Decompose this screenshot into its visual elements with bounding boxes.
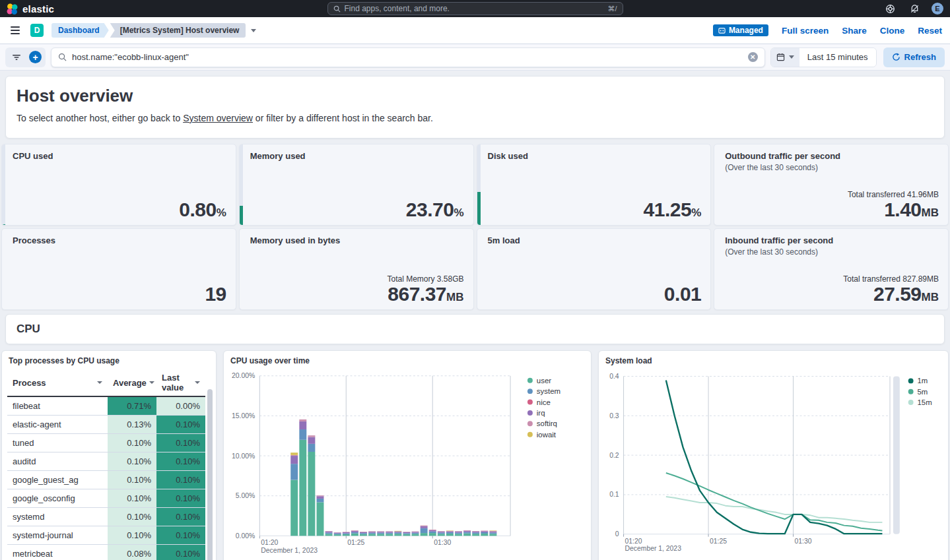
process-table-body: filebeat0.71%0.00%elastic-agent0.13%0.10… xyxy=(7,396,205,560)
legend-label-nice[interactable]: nice xyxy=(537,398,551,406)
legend-dot-softirq[interactable] xyxy=(527,421,533,426)
metric-value: 1.40MB xyxy=(725,199,939,220)
legend-dot-1m[interactable] xyxy=(908,378,914,383)
add-filter-button[interactable]: + xyxy=(29,51,42,63)
metric-card: Memory used in bytesTotal Memory 3.58GB8… xyxy=(239,228,474,310)
table-row: systemd-journal0.10%0.10% xyxy=(7,526,205,545)
dashboard-toolbar: D Dashboard [Metrics System] Host overvi… xyxy=(0,17,950,44)
global-search-input[interactable]: Find apps, content, and more. ⌘/ xyxy=(327,2,623,15)
breadcrumb-dashboard[interactable]: Dashboard xyxy=(51,23,109,38)
metric-value: 0.01 xyxy=(488,284,702,305)
top-processes-panel: Top processes by CPU usage Process Avera… xyxy=(1,350,217,560)
refresh-button[interactable]: Refresh xyxy=(883,47,945,67)
legend-dot-15m[interactable] xyxy=(908,400,914,405)
process-name-cell: systemd xyxy=(7,508,108,526)
system-overview-link[interactable]: System overview xyxy=(183,113,253,123)
metric-value: 41.25% xyxy=(488,199,702,220)
process-name-cell: elastic-agent xyxy=(7,416,108,434)
user-avatar[interactable]: E xyxy=(932,3,943,15)
search-icon xyxy=(58,53,67,61)
panel-title: System load xyxy=(605,356,652,365)
managed-icon xyxy=(718,27,726,34)
panel-title: CPU usage over time xyxy=(230,356,310,365)
metric-card: CPU used0.80% xyxy=(1,144,236,226)
table-row: systemd0.10%0.10% xyxy=(7,508,205,526)
metric-title: Processes xyxy=(13,235,226,245)
global-search-placeholder: Find apps, content, and more. xyxy=(345,4,604,13)
query-text: host.name:"ecobb-linux-agent" xyxy=(72,52,743,62)
chevron-down-icon xyxy=(789,55,794,59)
metric-grid: CPU used0.80%Memory used23.70%Disk used4… xyxy=(1,144,949,310)
breadcrumb-current[interactable]: [Metrics System] Host overview xyxy=(110,23,246,38)
metric-secondary: Total transferred 41.96MB xyxy=(725,190,939,199)
menu-icon[interactable] xyxy=(8,24,22,37)
legend-dot-irq[interactable] xyxy=(527,410,533,416)
metric-title: 5m load xyxy=(488,235,702,245)
legend-label-user[interactable]: user xyxy=(537,377,551,385)
metric-value: 0.80% xyxy=(13,199,226,220)
legend-dot-user[interactable] xyxy=(527,378,533,383)
dashboard-app-badge[interactable]: D xyxy=(30,24,44,37)
metric-title: Outbound traffic per second xyxy=(725,151,939,161)
clear-query-icon[interactable]: ✕ xyxy=(748,52,758,62)
cpu-usage-svg: 0.00%5.00%10.00%15.00%20.00%01:20Decembe… xyxy=(224,351,591,560)
alerts-icon[interactable] xyxy=(907,3,922,15)
chevron-down-icon[interactable] xyxy=(251,29,256,32)
table-scrollbar[interactable] xyxy=(207,389,213,560)
calendar-button[interactable] xyxy=(771,48,799,67)
legend-dot-iowait[interactable] xyxy=(527,432,533,437)
managed-badge[interactable]: Managed xyxy=(713,24,768,36)
metric-title: CPU used xyxy=(13,151,226,161)
legend-label-5m[interactable]: 5m xyxy=(918,388,928,396)
average-cell: 0.71% xyxy=(108,396,156,416)
full-screen-button[interactable]: Full screen xyxy=(782,26,829,36)
metric-progress-bar xyxy=(240,144,243,225)
metric-progress-bar xyxy=(477,144,481,225)
column-header-average[interactable]: Average xyxy=(108,369,156,396)
reset-button[interactable]: Reset xyxy=(918,26,942,36)
last-value-cell: 0.10% xyxy=(156,508,205,526)
legend-dot-system[interactable] xyxy=(527,389,533,394)
metric-card: Outbound traffic per second(Over the las… xyxy=(714,144,949,226)
clone-button[interactable]: Clone xyxy=(880,26,905,36)
legend-label-system[interactable]: system xyxy=(537,387,560,395)
average-cell: 0.10% xyxy=(108,526,156,545)
metric-secondary: Total Memory 3.58GB xyxy=(250,274,464,284)
cpu-usage-chart: CPU usage over time 0.00%5.00%10.00%15.0… xyxy=(223,350,592,560)
metric-value: 27.59MB xyxy=(725,284,939,305)
elastic-logo[interactable]: elastic xyxy=(7,3,54,15)
last-value-cell: 0.10% xyxy=(156,452,205,471)
legend-dot-nice[interactable] xyxy=(527,400,533,405)
process-name-cell: metricbeat xyxy=(7,545,108,560)
legend-label-iowait[interactable]: iowait xyxy=(537,431,557,439)
table-row: auditd0.10%0.10% xyxy=(7,452,205,471)
time-range-label[interactable]: Last 15 minutes xyxy=(799,48,876,67)
metric-progress-bar xyxy=(2,144,5,225)
column-header-process[interactable]: Process xyxy=(7,369,108,396)
svg-text:0.4: 0.4 xyxy=(609,373,619,380)
legend-label-softirq[interactable]: softirq xyxy=(537,420,557,427)
metric-value: 867.37MB xyxy=(250,284,464,305)
last-value-cell: 0.00% xyxy=(156,396,205,416)
metric-card: Processes19 xyxy=(1,228,236,310)
column-header-last-value[interactable]: Last value xyxy=(156,369,205,396)
table-row: google_osconfig0.10%0.10% xyxy=(7,489,205,508)
help-icon[interactable] xyxy=(883,3,898,15)
last-value-cell: 0.10% xyxy=(156,471,205,489)
search-shortcut: ⌘/ xyxy=(607,5,617,13)
svg-text:01:25: 01:25 xyxy=(347,539,364,546)
svg-text:0.1: 0.1 xyxy=(609,491,619,498)
legend-label-irq[interactable]: irq xyxy=(537,409,545,417)
legend-label-1m[interactable]: 1m xyxy=(918,377,928,385)
chevron-down-icon xyxy=(97,381,102,384)
average-cell: 0.08% xyxy=(108,545,156,560)
kibana-window: elastic Find apps, content, and more. ⌘/ xyxy=(0,0,950,560)
legend-label-15m[interactable]: 15m xyxy=(918,398,932,406)
share-button[interactable]: Share xyxy=(842,26,867,36)
legend-dot-5m[interactable] xyxy=(908,389,914,394)
table-row: filebeat0.71%0.00% xyxy=(7,396,205,416)
query-input[interactable]: host.name:"ecobb-linux-agent" ✕ xyxy=(51,47,765,67)
filter-icon[interactable] xyxy=(9,52,24,63)
process-name-cell: filebeat xyxy=(7,396,108,416)
table-row: google_guest_ag0.10%0.10% xyxy=(7,471,205,489)
